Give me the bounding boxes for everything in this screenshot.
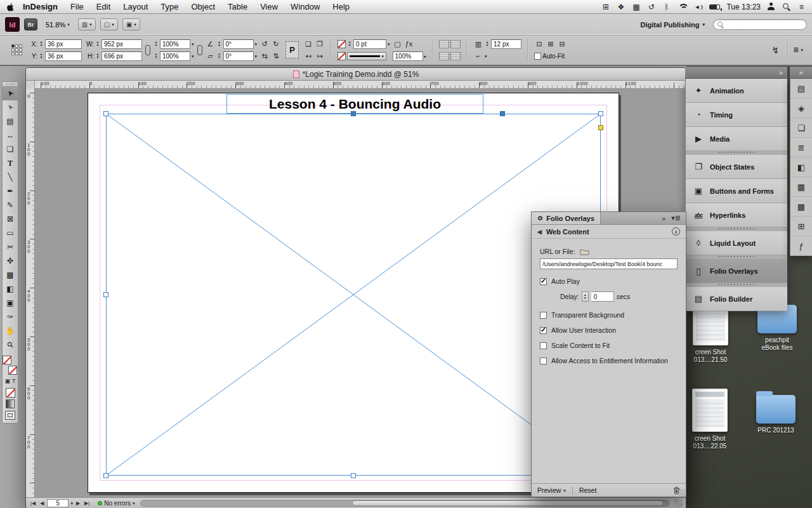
dock-panel-button[interactable]: ❐ Object States xyxy=(686,155,787,179)
constrain-dimensions-icon[interactable] xyxy=(145,45,150,55)
preflight-menu-chevron-icon[interactable]: ▾ xyxy=(133,501,135,505)
opacity-field[interactable]: 100% xyxy=(393,51,423,61)
placed-content-frame[interactable] xyxy=(106,114,601,476)
scale-y-field[interactable]: 100% xyxy=(160,51,190,61)
collapse-strip-button[interactable]: » xyxy=(799,69,802,76)
option-checkbox[interactable] xyxy=(540,358,547,364)
chevron-down-icon[interactable]: ▾ xyxy=(388,42,390,46)
tool-button[interactable]: ⚲ xyxy=(3,338,18,352)
folio-option-row[interactable]: Scale Content to Fit xyxy=(540,342,678,349)
strip-panel-button[interactable]: ❏ xyxy=(790,118,812,138)
next-page-button[interactable]: ▶ xyxy=(75,500,81,506)
option-checkbox[interactable] xyxy=(540,342,547,349)
fill-none-swatch[interactable] xyxy=(337,52,346,60)
apply-gradient-button[interactable] xyxy=(6,399,15,408)
strip-panel-button[interactable]: ▦ xyxy=(790,177,812,197)
window-resize-grip[interactable] xyxy=(674,499,683,507)
wrap-object-shape-button[interactable] xyxy=(439,52,449,60)
h-stepper[interactable] xyxy=(95,53,100,59)
w-field[interactable]: 952 px xyxy=(102,39,142,49)
dock-panel-button[interactable]: ✦ Animation xyxy=(686,79,787,103)
h-field[interactable]: 696 px xyxy=(102,51,142,61)
stroke-swatch[interactable] xyxy=(8,366,17,375)
workspace-switcher[interactable]: Digital Publishing ▾ xyxy=(637,21,709,29)
view-options-button[interactable]: ▥▾ xyxy=(78,18,96,30)
folio-option-row[interactable]: Allow Access to Entitlement Information xyxy=(540,357,678,364)
palette-drag-grip[interactable] xyxy=(3,82,18,86)
delay-stepper[interactable] xyxy=(582,291,589,302)
tool-button[interactable]: ▭ xyxy=(3,226,18,240)
back-button[interactable]: ◀ xyxy=(537,229,542,235)
info-icon[interactable]: i xyxy=(672,227,680,236)
menu-item[interactable]: File xyxy=(64,2,90,11)
page-menu-chevron-icon[interactable]: ▾ xyxy=(70,501,73,505)
tool-button[interactable]: ▣ xyxy=(3,296,18,310)
strip-panel-button[interactable]: ◈ xyxy=(790,98,812,118)
tool-button[interactable]: ▤ xyxy=(3,114,18,128)
x-stepper[interactable] xyxy=(39,41,44,47)
scale-y-stepper[interactable] xyxy=(154,53,159,59)
delay-field[interactable]: 0 xyxy=(591,291,614,302)
ruler-horizontal[interactable]: 100010020030040050060070080090010001100 xyxy=(26,81,686,89)
w-stepper[interactable] xyxy=(95,41,100,47)
scrollbar-thumb[interactable] xyxy=(352,500,664,506)
previous-page-button[interactable]: ◀ xyxy=(39,500,45,506)
dock-panel-button[interactable]: ▯ Folio Overlays xyxy=(686,259,787,283)
scale-x-field[interactable]: 100% xyxy=(160,39,190,49)
fill-swatch[interactable] xyxy=(3,356,11,364)
scale-x-stepper[interactable] xyxy=(154,41,159,47)
file-icon[interactable] xyxy=(692,389,728,432)
chevron-down-icon[interactable]: ▾ xyxy=(255,42,258,46)
select-next-button[interactable]: ↦ xyxy=(315,51,325,61)
dock-panel-button[interactable]: ▤ Folio Builder xyxy=(686,287,787,311)
stroke-weight-field[interactable]: 0 pt xyxy=(353,39,386,49)
dock-panel-button[interactable]: ◔ Timing xyxy=(686,103,787,127)
horizontal-scrollbar[interactable] xyxy=(140,500,670,507)
screen-mode-menu-button[interactable]: ▣▾ xyxy=(122,18,140,30)
rotate-cw-button[interactable]: ↻ xyxy=(271,39,281,49)
menu-item[interactable]: Edit xyxy=(90,2,117,11)
wrap-jump-button[interactable] xyxy=(450,52,461,60)
constrain-scale-icon[interactable] xyxy=(197,45,202,55)
first-page-button[interactable]: |◀ xyxy=(29,500,37,506)
folder-icon[interactable] xyxy=(756,395,796,424)
apply-none-button[interactable] xyxy=(6,388,15,398)
chevron-right-icon[interactable]: ▸ xyxy=(424,54,427,58)
zoom-level-control[interactable]: 51.8% ▾ xyxy=(42,20,74,30)
menu-item[interactable]: Help xyxy=(326,2,356,11)
flip-vertical-button[interactable]: ⇅ xyxy=(271,51,281,61)
ruler-origin-box[interactable] xyxy=(26,81,35,89)
window-title-bar[interactable]: *Logic Training Demo.indd @ 51% xyxy=(26,68,686,81)
wifi-icon[interactable] xyxy=(678,3,687,11)
gutter-stepper[interactable] xyxy=(485,41,490,47)
user-icon[interactable] xyxy=(767,3,775,11)
tool-button[interactable]: ➢ xyxy=(3,100,18,114)
dock-panel-button[interactable]: ▶ Media xyxy=(686,127,787,151)
wrap-bounding-box-button[interactable] xyxy=(450,40,461,48)
center-content-button[interactable]: ⊟ xyxy=(557,39,567,49)
fit-content-button[interactable]: ⊡ xyxy=(534,39,544,49)
menu-item[interactable]: Layout xyxy=(117,2,154,11)
volume-icon[interactable]: ◄ xyxy=(694,2,702,11)
stroke-weight-stepper[interactable] xyxy=(347,41,352,47)
strip-panel-button[interactable]: ƒ xyxy=(790,236,812,256)
folder-icon[interactable] xyxy=(580,248,589,255)
menu-item[interactable]: Table xyxy=(221,2,254,11)
strip-panel-button[interactable]: ▤ xyxy=(790,79,812,98)
grid-icon[interactable]: ▦ xyxy=(632,2,640,11)
desktop-icon[interactable]: PRC 201213 xyxy=(747,386,804,434)
select-container-button[interactable]: ❏ xyxy=(303,39,313,49)
tool-button[interactable]: ✜ xyxy=(3,254,18,268)
rotate-ccw-button[interactable]: ↺ xyxy=(259,39,270,49)
y-stepper[interactable] xyxy=(39,53,44,59)
y-field[interactable]: 36 px xyxy=(45,51,82,61)
chevron-down-icon[interactable]: ▾ xyxy=(192,42,194,46)
document-layout-button[interactable]: ▢▾ xyxy=(100,18,118,30)
collapse-dock-button[interactable]: » xyxy=(779,69,783,76)
tool-button[interactable]: ➤ xyxy=(3,86,18,100)
keyboard-icon[interactable]: ⊞ xyxy=(601,2,610,11)
dock-panel-button[interactable]: ▣ Buttons and Forms xyxy=(686,179,787,203)
spotlight-icon[interactable] xyxy=(782,3,790,11)
stroke-style-dropdown[interactable]: ▾ xyxy=(347,52,386,60)
option-checkbox[interactable] xyxy=(540,312,547,319)
